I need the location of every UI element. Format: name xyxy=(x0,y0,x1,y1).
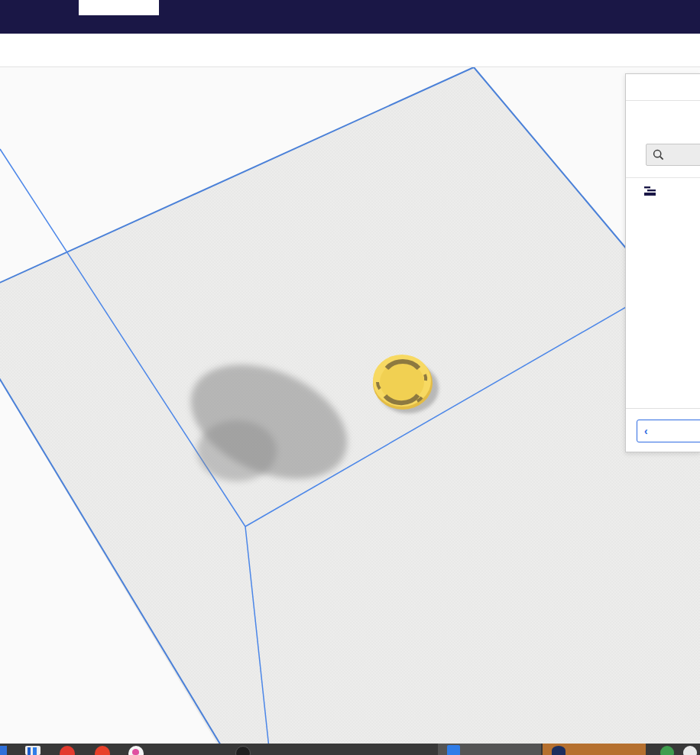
chevron-left-icon: ‹ xyxy=(644,426,648,436)
configuration-bar xyxy=(0,34,700,67)
build-plate-scene xyxy=(0,67,700,744)
stage-tab-bar xyxy=(0,0,700,34)
taskbar-icon-browser-red-2[interactable] xyxy=(95,746,110,755)
taskbar-icon-browser-red-1[interactable] xyxy=(60,746,75,755)
settings-rows xyxy=(626,201,700,408)
taskbar-icon-app-flag[interactable] xyxy=(25,746,41,755)
windows-taskbar xyxy=(0,744,700,755)
panel-bottom-section: ‹ xyxy=(626,408,700,452)
search-input[interactable] xyxy=(669,149,700,161)
quality-icon xyxy=(644,186,656,196)
taskbar-window-orange[interactable] xyxy=(543,744,646,755)
taskbar-icon-light[interactable] xyxy=(683,746,697,755)
panel-divider xyxy=(626,177,700,178)
taskbar-icon-green[interactable] xyxy=(660,746,674,755)
taskbar-icon-app-white[interactable] xyxy=(128,746,144,755)
taskbar-icon-app-dark[interactable] xyxy=(235,746,251,755)
taskbar-window-cura[interactable] xyxy=(438,744,541,755)
settings-search[interactable] xyxy=(646,144,700,166)
tab-preview[interactable] xyxy=(210,0,416,15)
panel-title xyxy=(626,74,700,101)
build-plate xyxy=(0,67,700,744)
section-quality[interactable] xyxy=(626,183,700,199)
taskbar-icon-pinned-blue[interactable] xyxy=(0,746,7,755)
cura-window: ‹ xyxy=(0,0,700,755)
search-icon xyxy=(653,149,664,160)
recommended-mode-button[interactable]: ‹ xyxy=(637,420,700,442)
tab-prepare[interactable] xyxy=(79,0,159,15)
tab-monitor[interactable] xyxy=(420,0,512,15)
viewport-3d[interactable] xyxy=(0,67,700,744)
print-settings-panel: ‹ xyxy=(625,73,700,452)
